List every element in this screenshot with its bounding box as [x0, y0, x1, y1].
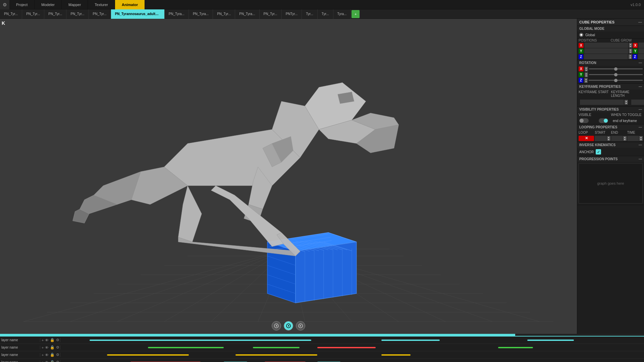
- tl-settings-2[interactable]: ⚙: [56, 353, 59, 357]
- rotation-collapse[interactable]: —: [639, 61, 642, 65]
- position-x-input[interactable]: [584, 43, 628, 48]
- loop-end-input[interactable]: [611, 136, 623, 141]
- tl-bar[interactable]: [148, 347, 224, 348]
- loop-end-up[interactable]: ▲: [623, 136, 627, 138]
- loop-time-down[interactable]: ▼: [639, 138, 643, 141]
- tl-track-2[interactable]: [60, 351, 644, 358]
- visibility-toggle[interactable]: [579, 118, 589, 123]
- anim-tab-active[interactable]: PN_Tyrannosaurus_adult_injured: [111, 9, 165, 19]
- loop-start-stepper[interactable]: ▲ ▼: [607, 136, 610, 141]
- tl-track-1[interactable]: [60, 344, 644, 351]
- visibility-collapse[interactable]: —: [639, 108, 642, 111]
- keyframe-collapse[interactable]: —: [639, 85, 642, 88]
- tl-eye-2[interactable]: 👁: [45, 353, 49, 357]
- position-z-down[interactable]: ▼: [629, 57, 632, 59]
- play-button[interactable]: [284, 321, 293, 330]
- anim-tab-10[interactable]: PN_Tyr...: [260, 9, 282, 19]
- anchor-checkbox[interactable]: ✓: [596, 149, 601, 155]
- tl-bar[interactable]: [235, 354, 317, 356]
- tl-bar[interactable]: [90, 340, 311, 341]
- tl-lock-2[interactable]: 🔒: [50, 353, 55, 357]
- global-radio[interactable]: [579, 33, 583, 37]
- keyframe-length-input[interactable]: [631, 100, 644, 105]
- timeline-progress-fill[interactable]: [0, 334, 515, 336]
- position-z-stepper[interactable]: ▲ ▼: [629, 54, 632, 59]
- tl-bar[interactable]: [381, 354, 411, 356]
- loop-end-down[interactable]: ▼: [623, 138, 627, 141]
- tl-bar[interactable]: [107, 354, 189, 356]
- kf-start-up[interactable]: ▲: [625, 100, 628, 102]
- rot-y-down[interactable]: ▼: [585, 75, 588, 77]
- tl-lock-3[interactable]: 🔒: [50, 360, 55, 362]
- tl-lock-1[interactable]: 🔒: [50, 345, 55, 350]
- anim-tab-13[interactable]: Tyr...: [318, 9, 333, 19]
- when-toggle-toggle[interactable]: [599, 118, 608, 123]
- anim-tab-2[interactable]: PN_Tyr...: [44, 9, 66, 19]
- kf-start-down[interactable]: ▼: [625, 102, 628, 105]
- settings-icon[interactable]: ⚙: [0, 0, 9, 9]
- position-x-down[interactable]: ▼: [629, 45, 632, 48]
- progression-collapse[interactable]: —: [639, 157, 642, 161]
- progression-graph[interactable]: graph goes here: [579, 163, 643, 203]
- position-y-down[interactable]: ▼: [629, 51, 632, 53]
- tl-track-3[interactable]: [60, 359, 644, 362]
- loop-end-stepper[interactable]: ▲ ▼: [623, 136, 627, 141]
- forward-button[interactable]: [296, 321, 305, 330]
- loop-time-input[interactable]: [627, 136, 639, 141]
- tl-bar[interactable]: [253, 347, 300, 348]
- position-y-stepper[interactable]: ▲ ▼: [629, 49, 632, 53]
- loop-start-down[interactable]: ▼: [607, 138, 610, 141]
- kf-start-stepper[interactable]: ▲ ▼: [625, 100, 628, 105]
- tab-mapper[interactable]: Mapper: [62, 0, 88, 9]
- tl-eye-0[interactable]: 👁: [45, 338, 49, 342]
- tl-lock-0[interactable]: 🔒: [50, 338, 55, 342]
- rot-y-up[interactable]: ▲: [585, 72, 588, 75]
- looping-collapse[interactable]: —: [639, 125, 642, 129]
- grow-x-input[interactable]: [638, 43, 644, 48]
- rot-x-stepper[interactable]: ▲ ▼: [585, 67, 588, 71]
- loop-x-button[interactable]: ✕: [579, 136, 594, 141]
- viewport[interactable]: K: [0, 19, 577, 334]
- tl-add-3[interactable]: +: [42, 360, 44, 362]
- position-y-input[interactable]: [584, 48, 628, 54]
- tl-eye-3[interactable]: 👁: [45, 360, 49, 362]
- tab-texturer[interactable]: Texturer: [88, 0, 115, 9]
- tl-bar[interactable]: [317, 347, 376, 348]
- tl-settings-1[interactable]: ⚙: [56, 345, 59, 350]
- anim-tab-1[interactable]: PN_Tyr...: [22, 9, 44, 19]
- anim-tab-8[interactable]: PN_Tyr...: [213, 9, 235, 19]
- tl-add-0[interactable]: +: [42, 338, 44, 342]
- add-anim-tab-button[interactable]: +: [352, 10, 360, 18]
- tl-bar[interactable]: [381, 340, 440, 341]
- loop-start-up[interactable]: ▲: [607, 136, 610, 138]
- rewind-button[interactable]: [272, 321, 281, 330]
- rot-y-stepper[interactable]: ▲ ▼: [585, 72, 588, 77]
- ik-collapse[interactable]: —: [639, 143, 642, 147]
- anim-tab-9[interactable]: PN_Tyra...: [235, 9, 259, 19]
- tl-bar[interactable]: [498, 347, 533, 348]
- anim-tab-11[interactable]: PNTyr...: [282, 9, 302, 19]
- tl-settings-3[interactable]: ⚙: [56, 360, 59, 362]
- anim-tab-14[interactable]: Tyra...: [333, 9, 351, 19]
- grow-z-input[interactable]: [638, 54, 644, 59]
- rot-z-up[interactable]: ▲: [584, 78, 588, 80]
- rotation-y-slider[interactable]: [589, 74, 643, 75]
- keyframe-start-input[interactable]: [580, 100, 624, 105]
- position-z-up[interactable]: ▲: [629, 54, 632, 57]
- position-x-up[interactable]: ▲: [629, 43, 632, 45]
- position-x-stepper[interactable]: ▲ ▼: [629, 43, 632, 48]
- tl-bar[interactable]: [527, 340, 574, 341]
- rot-x-down[interactable]: ▼: [585, 69, 588, 71]
- rot-z-stepper[interactable]: ▲ ▼: [584, 78, 588, 83]
- grow-y-input[interactable]: [638, 48, 644, 54]
- loop-time-stepper[interactable]: ▲ ▼: [639, 136, 643, 141]
- rotation-z-slider[interactable]: [589, 80, 643, 81]
- tab-animator[interactable]: Animator: [115, 0, 145, 9]
- rot-x-up[interactable]: ▲: [585, 67, 588, 69]
- rot-z-down[interactable]: ▼: [584, 80, 588, 83]
- anim-tab-3[interactable]: PN_Tyr...: [66, 9, 89, 19]
- loop-start-input[interactable]: [595, 136, 606, 141]
- loop-time-up[interactable]: ▲: [639, 136, 643, 138]
- tab-project[interactable]: Project: [9, 0, 35, 9]
- position-y-up[interactable]: ▲: [629, 49, 632, 51]
